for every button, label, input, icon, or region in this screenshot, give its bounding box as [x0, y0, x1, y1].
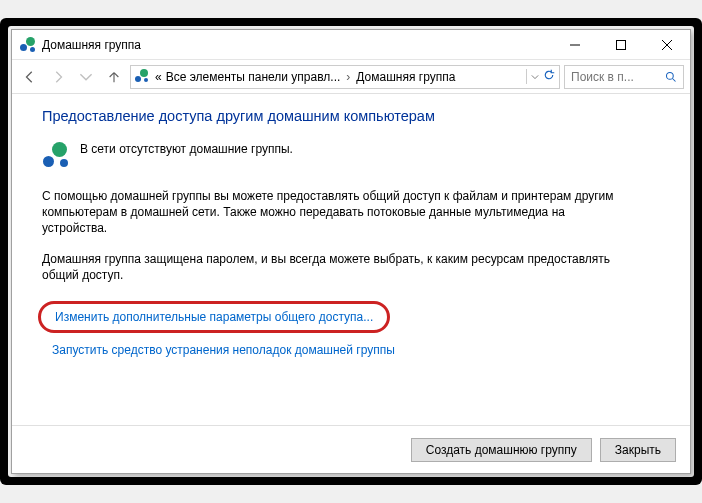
- titlebar: Домашняя группа: [12, 30, 690, 60]
- window-controls: [552, 30, 690, 60]
- status-row: В сети отсутствуют домашние группы.: [42, 142, 670, 170]
- recent-dropdown[interactable]: [74, 65, 98, 89]
- close-button[interactable]: [644, 30, 690, 60]
- address-bar[interactable]: « Все элементы панели управл... › Домашн…: [130, 65, 560, 89]
- navbar: « Все элементы панели управл... › Домашн…: [12, 60, 690, 94]
- svg-line-5: [673, 78, 676, 81]
- addressbar-dropdown-icon[interactable]: [531, 70, 539, 84]
- svg-rect-1: [617, 40, 626, 49]
- forward-button[interactable]: [46, 65, 70, 89]
- no-homegroups-text: В сети отсутствуют домашние группы.: [80, 142, 293, 156]
- create-homegroup-button[interactable]: Создать домашнюю группу: [411, 438, 592, 462]
- content-area: Предоставление доступа другим домашним к…: [12, 94, 690, 425]
- description-paragraph-2: Домашняя группа защищена паролем, и вы в…: [42, 251, 622, 283]
- chevron-right-icon[interactable]: ›: [346, 70, 350, 84]
- troubleshooter-link[interactable]: Запустить средство устранения неполадок …: [52, 343, 395, 357]
- homegroup-small-icon: [135, 69, 151, 85]
- minimize-button[interactable]: [552, 30, 598, 60]
- homegroup-large-icon: [42, 142, 70, 170]
- window-title: Домашняя группа: [42, 38, 552, 52]
- maximize-button[interactable]: [598, 30, 644, 60]
- advanced-sharing-link[interactable]: Изменить дополнительные параметры общего…: [55, 310, 373, 324]
- close-panel-button[interactable]: Закрыть: [600, 438, 676, 462]
- homegroup-window: Домашняя группа « Все элементы панели уп…: [11, 29, 691, 474]
- breadcrumb-seg2[interactable]: Домашняя группа: [356, 70, 455, 84]
- search-input[interactable]: Поиск в п...: [564, 65, 684, 89]
- page-heading: Предоставление доступа другим домашним к…: [42, 108, 670, 124]
- search-placeholder: Поиск в п...: [571, 70, 661, 84]
- description-paragraph-1: С помощью домашней группы вы можете пред…: [42, 188, 622, 237]
- breadcrumb-prefix: «: [155, 70, 162, 84]
- back-button[interactable]: [18, 65, 42, 89]
- footer: Создать домашнюю группу Закрыть: [12, 425, 690, 473]
- up-button[interactable]: [102, 65, 126, 89]
- svg-point-4: [667, 72, 674, 79]
- refresh-button[interactable]: [543, 69, 555, 84]
- highlighted-link-box: Изменить дополнительные параметры общего…: [38, 301, 390, 333]
- homegroup-icon: [20, 37, 36, 53]
- search-icon: [665, 71, 677, 83]
- breadcrumb-seg1[interactable]: Все элементы панели управл...: [166, 70, 341, 84]
